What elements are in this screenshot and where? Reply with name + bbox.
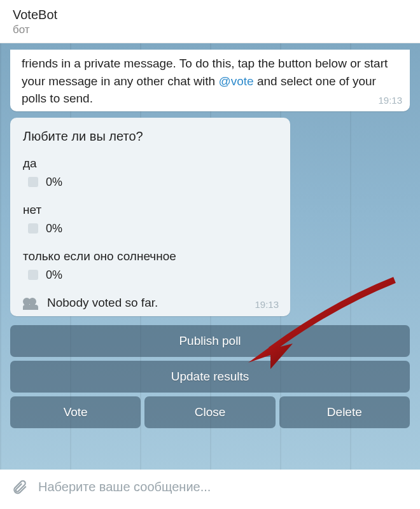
update-results-button[interactable]: Update results: [10, 361, 410, 393]
publish-poll-button[interactable]: Publish poll: [10, 325, 410, 357]
checkbox-icon: [28, 177, 38, 187]
intro-time: 19:13: [378, 94, 402, 108]
input-bar: [0, 470, 420, 504]
mention-link[interactable]: @vote: [218, 74, 253, 88]
attach-icon[interactable]: [11, 478, 28, 495]
chat-subtitle: бот: [13, 24, 407, 36]
poll-percent: 0%: [46, 222, 62, 235]
vote-button[interactable]: Vote: [10, 396, 141, 428]
inline-button-row: Vote Close Delete: [10, 396, 410, 428]
poll-option[interactable]: да 0%: [23, 157, 277, 189]
checkbox-icon: [28, 270, 38, 280]
checkbox-icon: [28, 223, 38, 234]
poll-percent: 0%: [46, 268, 62, 282]
poll-percent: 0%: [46, 176, 62, 189]
poll-message: Любите ли вы лето? да 0% нет 0% только е…: [10, 118, 290, 316]
poll-option-label: только если оно солнечное: [23, 249, 277, 263]
poll-footer-text: Nobody voted so far.: [47, 296, 158, 310]
poll-footer: Nobody voted so far.: [23, 296, 277, 310]
poll-title: Любите ли вы лето?: [23, 129, 277, 144]
poll-option[interactable]: нет 0%: [23, 203, 277, 235]
message-input[interactable]: [38, 480, 409, 494]
poll-option-label: нет: [23, 203, 277, 217]
close-button[interactable]: Close: [144, 396, 275, 428]
delete-button[interactable]: Delete: [279, 396, 410, 428]
chat-area: friends in a private message. To do this…: [0, 43, 420, 470]
poll-option[interactable]: только если оно солнечное 0%: [23, 249, 277, 282]
chat-header: VoteBot бот: [0, 0, 420, 43]
intro-message: friends in a private message. To do this…: [10, 50, 410, 111]
poll-time: 19:13: [255, 299, 279, 310]
people-icon: [23, 298, 41, 308]
poll-option-label: да: [23, 157, 277, 171]
chat-title: VoteBot: [13, 8, 407, 22]
